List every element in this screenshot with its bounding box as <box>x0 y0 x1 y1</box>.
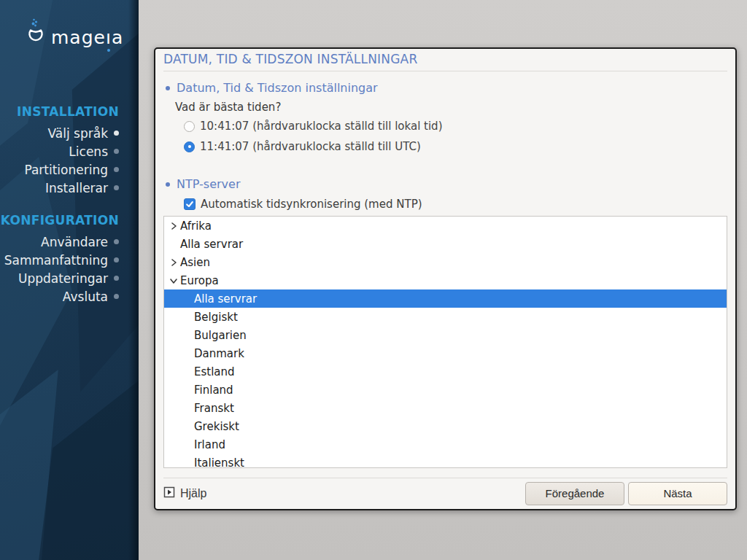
radio-local-time[interactable]: 10:41:07 (hårdvaruklocka ställd till lok… <box>184 120 727 133</box>
section-header-ntp: NTP-server <box>163 177 727 192</box>
step-bullet-icon <box>114 257 119 262</box>
wordmark-part: ı <box>106 27 112 48</box>
help-icon <box>163 486 175 501</box>
tree-row-danmark[interactable]: Danmark <box>164 344 727 362</box>
tree-row-label: Estland <box>194 365 235 378</box>
sidebar-item-installerar[interactable]: Installerar <box>0 179 139 197</box>
sidebar-items: Användare Sammanfattning Uppdateringar A… <box>0 233 139 306</box>
tree-row-label: Alla servrar <box>180 238 243 251</box>
sidebar-heading-konfiguration: KONFIGURATION <box>0 212 139 228</box>
tree-row-estland[interactable]: Estland <box>164 362 727 381</box>
section-header-label: NTP-server <box>177 177 240 192</box>
chevron-down-icon[interactable] <box>169 276 180 286</box>
radio-unselected-icon[interactable] <box>184 121 195 132</box>
sidebar-item-licens[interactable]: Licens <box>0 142 139 160</box>
mageia-logo: mageıa <box>25 18 123 47</box>
tree-row-label: Italienskt <box>194 456 244 469</box>
tree-row-finland[interactable]: Finland <box>164 381 727 399</box>
installer-sidebar: mageıa INSTALLATION Välj språk Licens Pa… <box>0 0 139 560</box>
tree-row-franskt[interactable]: Franskt <box>164 399 727 417</box>
installer-main-panel: DATUM, TID & TIDSZON INSTÄLLNINGAR Datum… <box>154 47 737 510</box>
step-bullet-icon <box>114 294 119 299</box>
sidebar-section-konfiguration: KONFIGURATION Användare Sammanfattning U… <box>0 212 139 306</box>
mageia-cauldron-icon <box>25 18 47 47</box>
best-time-question: Vad är bästa tiden? <box>175 101 727 114</box>
sidebar-item-anvandare[interactable]: Användare <box>0 233 139 251</box>
step-bullet-icon <box>114 149 119 154</box>
ntp-server-tree[interactable]: Afrika Alla servrar Asien Europa Alla se… <box>163 216 727 468</box>
tree-row-label: Franskt <box>194 402 234 415</box>
section-bullet-icon <box>166 86 170 90</box>
tree-row-belgiskt[interactable]: Belgiskt <box>164 308 727 326</box>
radio-label: 10:41:07 (hårdvaruklocka ställd till lok… <box>200 120 443 133</box>
sidebar-item-label: Installerar <box>45 181 108 195</box>
section-bullet-icon <box>166 182 170 187</box>
footer-divider <box>163 478 727 478</box>
tree-row-alla-servrar-europa-selected[interactable]: Alla servrar <box>164 289 727 308</box>
tree-row-label: Asien <box>180 256 210 269</box>
radio-utc-time[interactable]: 11:41:07 (hårdvaruklocka ställd till UTC… <box>184 140 727 153</box>
tree-row-label: Europa <box>180 274 219 287</box>
tree-row-label: Afrika <box>180 219 212 233</box>
tree-row-grekiskt[interactable]: Grekiskt <box>164 417 727 435</box>
section-header-datetime: Datum, Tid & Tidszon inställningar <box>163 81 727 96</box>
sidebar-item-avsluta[interactable]: Avsluta <box>0 287 139 306</box>
next-button[interactable]: Nästa <box>628 482 727 505</box>
nav-buttons: Föregående Nästa <box>525 482 727 505</box>
help-button[interactable]: Hjälp <box>163 486 206 501</box>
step-bullet-icon <box>114 185 119 190</box>
tree-row-afrika[interactable]: Afrika <box>164 217 727 235</box>
step-bullet-icon <box>114 167 119 172</box>
chevron-right-icon[interactable] <box>169 221 180 231</box>
sidebar-item-label: Licens <box>69 144 108 159</box>
sidebar-item-valj-sprak[interactable]: Välj språk <box>0 124 139 142</box>
sidebar-item-uppdateringar[interactable]: Uppdateringar <box>0 269 139 287</box>
radio-selected-icon[interactable] <box>184 141 195 152</box>
previous-button[interactable]: Föregående <box>525 482 624 505</box>
tree-row-label: Grekiskt <box>194 420 239 433</box>
wordmark-part: mage <box>51 28 106 47</box>
tree-row-europa[interactable]: Europa <box>164 271 727 289</box>
tree-row-label: Bulgarien <box>194 329 247 342</box>
sidebar-item-label: Välj språk <box>48 126 108 141</box>
sidebar-heading-installation: INSTALLATION <box>0 104 139 120</box>
tree-row-label: Danmark <box>194 347 244 360</box>
tree-row-alla-servrar[interactable]: Alla servrar <box>164 235 727 253</box>
tree-row-label: Irland <box>194 438 225 451</box>
chevron-right-icon[interactable] <box>169 257 180 268</box>
tree-row-label: Finland <box>194 384 233 397</box>
step-bullet-icon <box>114 276 119 281</box>
sidebar-item-label: Partitionering <box>24 163 108 177</box>
ntp-sync-checkbox-row[interactable]: Automatisk tidsynkronisering (med NTP) <box>184 198 727 211</box>
tree-row-bulgarien[interactable]: Bulgarien <box>164 326 727 344</box>
tree-row-irland[interactable]: Irland <box>164 435 727 454</box>
footer-bar: Hjälp Föregående Nästa <box>163 481 727 505</box>
title-divider <box>163 71 727 71</box>
help-label: Hjälp <box>180 487 206 500</box>
tree-row-label: Alla servrar <box>194 292 257 306</box>
sidebar-item-label: Användare <box>41 235 108 249</box>
radio-label: 11:41:07 (hårdvaruklocka ställd till UTC… <box>200 140 421 153</box>
sidebar-item-partitionering[interactable]: Partitionering <box>0 160 139 179</box>
tree-row-italienskt[interactable]: Italienskt <box>164 454 727 468</box>
sidebar-item-label: Avsluta <box>63 289 108 304</box>
sidebar-item-sammanfattning[interactable]: Sammanfattning <box>0 251 139 269</box>
sidebar-item-label: Sammanfattning <box>4 253 108 268</box>
sidebar-section-installation: INSTALLATION Välj språk Licens Partition… <box>0 104 139 197</box>
sidebar-items: Välj språk Licens Partitionering Install… <box>0 124 139 197</box>
wordmark-i: ı <box>106 28 112 47</box>
tree-row-asien[interactable]: Asien <box>164 253 727 271</box>
checkbox-label: Automatisk tidsynkronisering (med NTP) <box>201 198 422 211</box>
tree-row-label: Belgiskt <box>194 311 238 324</box>
step-bullet-icon <box>114 131 119 136</box>
wordmark-part: a <box>112 28 123 47</box>
checkbox-checked-icon[interactable] <box>184 198 196 210</box>
step-bullet-icon <box>114 239 119 244</box>
sidebar-item-label: Uppdateringar <box>18 271 108 286</box>
section-header-label: Datum, Tid & Tidszon inställningar <box>177 81 378 96</box>
logo-i-dot <box>107 49 110 52</box>
mageia-wordmark: mageıa <box>51 28 123 47</box>
page-title: DATUM, TID & TIDSZON INSTÄLLNINGAR <box>163 49 727 67</box>
